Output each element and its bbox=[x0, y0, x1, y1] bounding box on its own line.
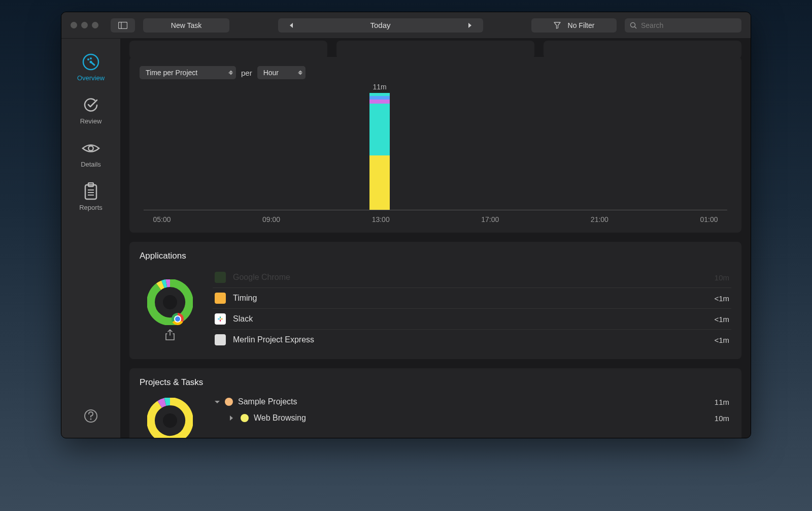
projects-card: Projects & Tasks Sample Projects11mWeb B… bbox=[129, 368, 741, 438]
bar-segment bbox=[369, 104, 390, 155]
app-time-label: <1m bbox=[714, 336, 729, 344]
bar-total-label: 11m bbox=[373, 83, 386, 91]
svg-rect-0 bbox=[119, 22, 127, 28]
app-window: New Task Today No Filter Overview bbox=[61, 12, 751, 438]
app-time-label: <1m bbox=[714, 315, 729, 324]
svg-point-8 bbox=[88, 146, 93, 150]
app-icon bbox=[215, 272, 226, 283]
project-row[interactable]: Sample Projects11m bbox=[213, 394, 731, 410]
bar-segment bbox=[369, 100, 390, 104]
project-row[interactable]: Web Browsing10m bbox=[213, 410, 731, 426]
sidebar: Overview Review Details Reports bbox=[61, 39, 120, 438]
svg-rect-19 bbox=[220, 316, 221, 318]
svg-rect-20 bbox=[220, 320, 221, 322]
eye-icon bbox=[82, 139, 100, 157]
sidebar-item-label: Review bbox=[80, 117, 102, 125]
help-button[interactable] bbox=[83, 408, 98, 424]
disclosure-triangle-icon[interactable] bbox=[215, 401, 220, 403]
project-color-dot bbox=[241, 414, 249, 422]
app-icon bbox=[215, 313, 226, 325]
app-icon bbox=[215, 293, 226, 304]
app-icon bbox=[215, 334, 226, 345]
project-time-label: 10m bbox=[715, 414, 729, 423]
search-input[interactable] bbox=[641, 21, 736, 29]
applications-title: Applications bbox=[140, 251, 731, 261]
sidebar-item-label: Details bbox=[81, 161, 101, 168]
applications-donut bbox=[147, 279, 193, 325]
svg-point-15 bbox=[90, 419, 92, 420]
x-axis-label: 13:00 bbox=[365, 215, 396, 223]
app-name-label: Merlin Project Express bbox=[233, 335, 707, 344]
chart-card: Time per Project per Hour 11m 05: bbox=[129, 57, 741, 233]
x-axis-label: 05:00 bbox=[147, 215, 177, 223]
new-task-button[interactable]: New Task bbox=[143, 18, 229, 33]
projects-donut bbox=[147, 398, 193, 438]
chart-bar[interactable]: 11m bbox=[369, 83, 390, 210]
sidebar-item-reports[interactable]: Reports bbox=[79, 182, 103, 211]
clipboard-icon bbox=[82, 182, 100, 201]
window-controls bbox=[71, 22, 98, 28]
x-axis-label: 09:00 bbox=[256, 215, 287, 223]
app-time-label: 10m bbox=[715, 273, 729, 282]
main-content: Time per Project per Hour 11m 05: bbox=[120, 39, 751, 438]
unit-select[interactable]: Hour bbox=[257, 66, 306, 79]
applications-card: Applications Google Chrome10mTiming<1mSl… bbox=[129, 242, 741, 359]
project-time-label: 11m bbox=[715, 398, 729, 406]
search-box[interactable] bbox=[625, 18, 741, 33]
per-label: per bbox=[241, 69, 252, 77]
x-axis-label: 21:00 bbox=[584, 215, 615, 223]
project-name-label: Sample Projects bbox=[238, 397, 709, 406]
help-icon bbox=[83, 408, 98, 424]
svg-line-3 bbox=[635, 26, 637, 28]
zoom-window-button[interactable] bbox=[92, 22, 98, 28]
app-name-label: Slack bbox=[233, 314, 707, 324]
filter-label: No Filter bbox=[568, 21, 595, 29]
svg-point-5 bbox=[87, 58, 89, 60]
funnel-icon bbox=[554, 22, 561, 29]
x-axis-label: 01:00 bbox=[694, 215, 724, 223]
share-button[interactable] bbox=[165, 329, 175, 340]
project-name-label: Web Browsing bbox=[254, 413, 709, 423]
sidebar-item-label: Reports bbox=[79, 204, 103, 211]
close-window-button[interactable] bbox=[71, 22, 77, 28]
svg-point-16 bbox=[163, 295, 177, 309]
time-chart: 11m 05:0009:0013:0017:0021:0001:00 bbox=[144, 86, 727, 223]
svg-point-7 bbox=[90, 61, 92, 63]
svg-rect-17 bbox=[218, 318, 220, 320]
application-row[interactable]: Merlin Project Express<1m bbox=[213, 329, 731, 350]
svg-rect-18 bbox=[221, 318, 223, 320]
filter-button[interactable]: No Filter bbox=[531, 18, 617, 33]
sidebar-item-overview[interactable]: Overview bbox=[77, 53, 105, 82]
x-axis-label: 17:00 bbox=[475, 215, 505, 223]
app-time-label: <1m bbox=[714, 294, 729, 303]
svg-point-2 bbox=[631, 22, 635, 27]
app-name-label: Timing bbox=[233, 294, 707, 303]
sidebar-item-review[interactable]: Review bbox=[80, 96, 102, 125]
app-name-label: Google Chrome bbox=[233, 273, 707, 282]
next-day-button[interactable] bbox=[457, 18, 483, 33]
chrome-icon bbox=[172, 313, 184, 325]
minimize-window-button[interactable] bbox=[81, 22, 88, 28]
project-color-dot bbox=[225, 398, 233, 406]
svg-point-21 bbox=[163, 413, 177, 428]
sidebar-toggle-icon bbox=[118, 22, 127, 29]
application-row[interactable]: Google Chrome10m bbox=[213, 267, 731, 288]
projects-title: Projects & Tasks bbox=[140, 377, 731, 388]
titlebar: New Task Today No Filter bbox=[61, 12, 751, 39]
application-row[interactable]: Slack<1m bbox=[213, 308, 731, 329]
sidebar-item-label: Overview bbox=[77, 74, 105, 82]
checkmark-circle-icon bbox=[82, 96, 100, 114]
svg-point-6 bbox=[90, 57, 92, 59]
date-navigation: Today bbox=[278, 18, 483, 33]
triangle-left-icon bbox=[289, 22, 294, 28]
gauge-icon bbox=[82, 53, 100, 71]
metric-select[interactable]: Time per Project bbox=[140, 66, 236, 79]
toggle-sidebar-button[interactable] bbox=[111, 18, 135, 33]
search-icon bbox=[630, 22, 637, 29]
sidebar-item-details[interactable]: Details bbox=[81, 139, 101, 168]
disclosure-triangle-icon[interactable] bbox=[230, 416, 235, 421]
current-date-button[interactable]: Today bbox=[304, 18, 457, 33]
previous-day-button[interactable] bbox=[278, 18, 304, 33]
application-row[interactable]: Timing<1m bbox=[213, 288, 731, 308]
triangle-right-icon bbox=[467, 22, 472, 28]
